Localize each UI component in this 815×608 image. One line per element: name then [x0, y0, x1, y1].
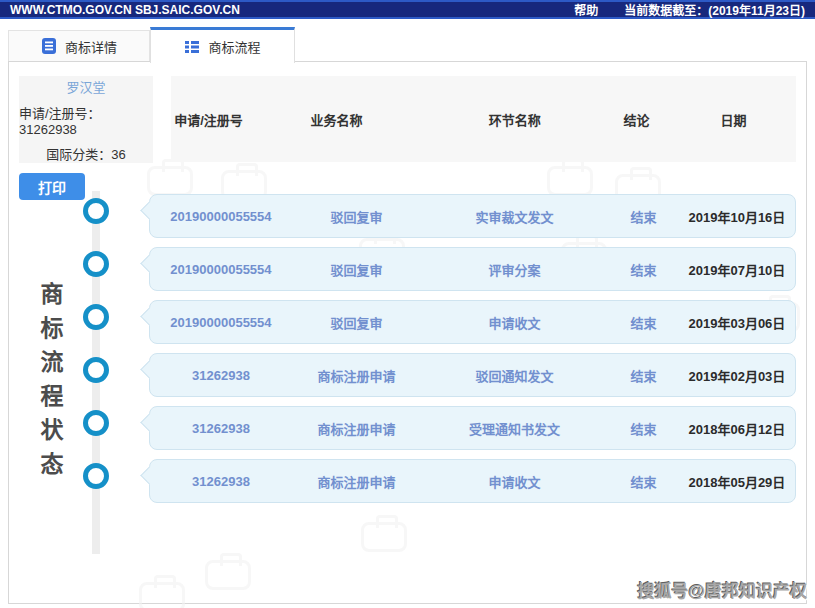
timeline-node[interactable]: [83, 357, 109, 383]
cell-regno: 20190000055554: [150, 315, 292, 330]
cell-stage: 申请收文: [421, 472, 608, 491]
watermark: 搜狐号@唐邦知识产权: [637, 577, 807, 602]
cell-regno: 20190000055554: [150, 209, 292, 224]
cell-date: 2018年05月29日: [679, 472, 795, 491]
column-header-date: 日期: [671, 110, 796, 129]
print-button[interactable]: 打印: [19, 173, 85, 200]
cell-stage: 评审分案: [421, 260, 608, 279]
trademark-class-line: 国际分类：36: [46, 144, 125, 163]
cell-stage: 驳回通知发文: [421, 366, 608, 385]
data-cutoff-label: 当前数据截至：(2019年11月23日): [624, 1, 805, 18]
table-header: 申请/注册号 业务名称 环节名称 结论 日期: [171, 76, 796, 162]
cell-regno: 20190000055554: [150, 262, 292, 277]
background-badge-decoration: [361, 522, 407, 552]
process-row[interactable]: 31262938 商标注册申请 驳回通知发文 结束 2019年02月03日: [149, 353, 796, 397]
cell-regno: 31262938: [150, 368, 292, 383]
column-header-regno: 申请/注册号: [171, 110, 246, 129]
background-badge-decoration: [205, 560, 251, 590]
cell-business: 商标注册申请: [292, 419, 421, 438]
process-row[interactable]: 20190000055554 驳回复审 评审分案 结束 2019年07月10日: [149, 247, 796, 291]
cell-stage: 申请收文: [421, 313, 608, 332]
cell-date: 2019年02月03日: [679, 366, 795, 385]
cell-business: 驳回复审: [292, 313, 421, 332]
tab-label: 商标流程: [208, 37, 260, 56]
cell-date: 2019年07月10日: [679, 260, 795, 279]
cell-stage: 实审裁文发文: [421, 207, 608, 226]
cell-regno: 31262938: [150, 474, 292, 489]
cell-business: 商标注册申请: [292, 366, 421, 385]
tab-trademark-details[interactable]: 商标详情: [8, 30, 150, 61]
content-panel: 罗汉堂 申请/注册号：31262938 国际分类：36 打印 商标流程状态 申请…: [8, 61, 807, 604]
trademark-name[interactable]: 罗汉堂: [66, 77, 105, 96]
column-header-business: 业务名称: [246, 110, 427, 129]
background-badge-decoration: [547, 166, 593, 196]
list-icon: [184, 39, 200, 55]
cell-conclusion: 结束: [608, 419, 679, 438]
tab-trademark-process[interactable]: 商标流程: [150, 27, 295, 63]
cell-date: 2018年06月12日: [679, 419, 795, 438]
timeline-node[interactable]: [83, 410, 109, 436]
cell-date: 2019年03月06日: [679, 313, 795, 332]
page: WWW.CTMO.GOV.CN SBJ.SAIC.GOV.CN 帮助 当前数据截…: [0, 0, 815, 608]
process-row[interactable]: 31262938 商标注册申请 受理通知书发文 结束 2018年06月12日: [149, 406, 796, 450]
help-link[interactable]: 帮助: [574, 1, 598, 18]
process-row[interactable]: 20190000055554 驳回复审 申请收文 结束 2019年03月06日: [149, 300, 796, 344]
cell-conclusion: 结束: [608, 313, 679, 332]
cell-regno: 31262938: [150, 421, 292, 436]
column-header-stage: 环节名称: [427, 110, 602, 129]
cell-conclusion: 结束: [608, 366, 679, 385]
tab-label: 商标详情: [65, 37, 117, 56]
cell-conclusion: 结束: [608, 260, 679, 279]
timeline-node[interactable]: [83, 251, 109, 277]
trademark-registration-line: 申请/注册号：31262938: [19, 103, 153, 137]
timeline-node[interactable]: [83, 198, 109, 224]
timeline-node[interactable]: [83, 463, 109, 489]
column-header-conclusion: 结论: [602, 110, 671, 129]
topbar: WWW.CTMO.GOV.CN SBJ.SAIC.GOV.CN 帮助 当前数据截…: [0, 0, 815, 19]
cell-business: 商标注册申请: [292, 472, 421, 491]
site-domains: WWW.CTMO.GOV.CN SBJ.SAIC.GOV.CN: [10, 3, 240, 17]
background-badge-decoration: [147, 166, 193, 196]
cell-stage: 受理通知书发文: [421, 419, 608, 438]
process-row[interactable]: 20190000055554 驳回复审 实审裁文发文 结束 2019年10月16…: [149, 194, 796, 238]
process-row[interactable]: 31262938 商标注册申请 申请收文 结束 2018年05月29日: [149, 459, 796, 503]
trademark-info-card: 罗汉堂 申请/注册号：31262938 国际分类：36: [19, 76, 153, 163]
timeline-node[interactable]: [83, 304, 109, 330]
cell-business: 驳回复审: [292, 260, 421, 279]
process-status-title: 商标流程状态: [33, 282, 67, 486]
background-badge-decoration: [139, 582, 185, 608]
cell-business: 驳回复审: [292, 207, 421, 226]
cell-date: 2019年10月16日: [679, 207, 795, 226]
document-icon: [41, 38, 57, 54]
cell-conclusion: 结束: [608, 207, 679, 226]
cell-conclusion: 结束: [608, 472, 679, 491]
